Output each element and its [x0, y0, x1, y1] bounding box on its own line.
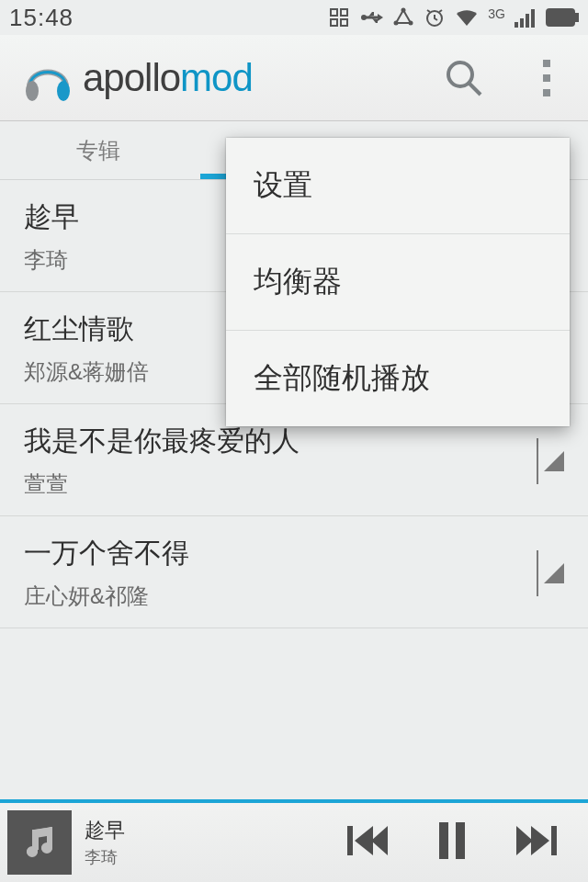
svg-rect-26 [543, 74, 550, 82]
wifi-icon [455, 7, 479, 28]
now-playing-bar[interactable]: 趁早 李琦 [0, 803, 588, 882]
svg-point-22 [57, 81, 70, 101]
signal-icon [514, 7, 537, 28]
battery-icon [546, 8, 579, 27]
item-menu-button[interactable] [537, 550, 564, 596]
grid-icon [328, 6, 350, 28]
svg-marker-6 [378, 14, 383, 21]
skip-next-icon [516, 824, 557, 857]
dropdown-icon [544, 563, 564, 583]
svg-rect-0 [331, 9, 337, 16]
menu-item[interactable]: 均衡器 [226, 234, 570, 331]
more-vert-icon [540, 58, 553, 98]
svg-point-23 [448, 62, 472, 86]
svg-point-21 [26, 81, 39, 101]
list-item[interactable]: 一万个舍不得庄心妍&祁隆 [0, 516, 588, 628]
prev-button[interactable] [347, 824, 388, 861]
svg-rect-14 [514, 22, 518, 28]
dropdown-icon [544, 451, 564, 471]
item-artist: 庄心妍&祁隆 [24, 582, 189, 611]
svg-line-24 [469, 84, 481, 95]
svg-marker-38 [516, 826, 533, 855]
svg-marker-35 [371, 826, 388, 855]
svg-rect-37 [456, 822, 465, 859]
divider-icon [537, 438, 538, 484]
svg-rect-5 [366, 17, 379, 19]
item-menu-button[interactable] [537, 438, 564, 484]
pause-icon [437, 822, 467, 859]
svg-rect-16 [526, 14, 529, 28]
menu-item[interactable]: 设置 [226, 138, 570, 234]
svg-rect-1 [341, 9, 347, 16]
overflow-menu: 设置均衡器全部随机播放 [226, 138, 570, 426]
now-playing-text[interactable]: 趁早 李琦 [85, 817, 347, 868]
item-title: 红尘情歌 [24, 311, 149, 348]
item-artist: 郑源&蒋姗倍 [24, 357, 149, 387]
svg-marker-39 [531, 826, 549, 855]
status-time: 15:48 [9, 4, 74, 32]
svg-rect-25 [543, 60, 550, 67]
action-bar: apollomod [0, 35, 588, 121]
music-note-icon [21, 824, 58, 861]
svg-line-11 [403, 10, 411, 23]
svg-line-10 [396, 10, 403, 23]
app-title: apollomod [83, 56, 253, 100]
svg-marker-34 [355, 826, 373, 855]
item-artist: 李琦 [24, 245, 79, 275]
svg-rect-36 [439, 822, 448, 859]
svg-rect-33 [347, 826, 353, 855]
menu-item[interactable]: 全部随机播放 [226, 331, 570, 426]
item-artist: 萱萱 [24, 469, 300, 499]
item-title: 趁早 [24, 198, 79, 236]
usb-icon [359, 6, 383, 28]
alarm-icon [424, 6, 446, 28]
headphones-icon [20, 51, 75, 106]
svg-rect-20 [548, 11, 572, 24]
search-icon [442, 56, 486, 100]
svg-rect-2 [331, 19, 337, 26]
album-art[interactable] [7, 810, 72, 875]
item-title: 一万个舍不得 [24, 535, 189, 572]
item-title: 我是不是你最疼爱的人 [24, 423, 300, 460]
svg-rect-17 [531, 9, 535, 28]
svg-rect-3 [341, 19, 347, 26]
network-icon [392, 6, 414, 28]
svg-rect-40 [551, 826, 557, 855]
playback-controls [347, 822, 557, 863]
search-button[interactable] [423, 35, 505, 120]
svg-rect-27 [543, 89, 550, 96]
skip-prev-icon [347, 824, 388, 857]
app-logo[interactable]: apollomod [20, 51, 423, 106]
status-bar: 15:48 3G [0, 0, 588, 35]
divider-icon [537, 550, 538, 596]
next-button[interactable] [516, 824, 557, 861]
svg-rect-19 [575, 14, 578, 21]
svg-rect-15 [520, 18, 524, 28]
now-playing-title: 趁早 [85, 817, 347, 844]
status-icons: 3G [328, 6, 579, 28]
play-pause-button[interactable] [437, 822, 467, 863]
now-playing-artist: 李琦 [85, 846, 347, 868]
tab-albums[interactable]: 专辑 [0, 121, 196, 179]
overflow-button[interactable] [505, 35, 588, 120]
network-type: 3G [488, 6, 505, 21]
